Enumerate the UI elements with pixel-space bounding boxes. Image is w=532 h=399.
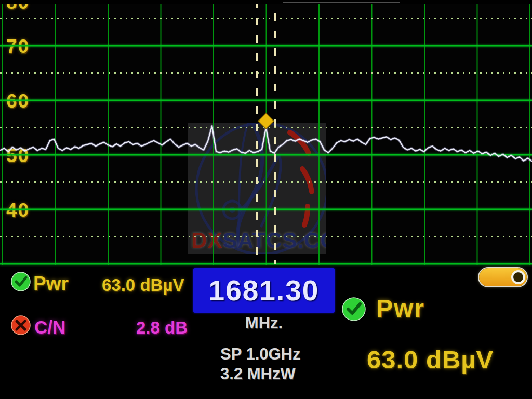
battery-icon bbox=[479, 268, 527, 286]
frequency-unit: MHz. bbox=[193, 314, 335, 332]
status-panel: Pwr 63.0 dBµV 1681.30 MHz. C/N 2.8 dB Pw… bbox=[0, 267, 532, 399]
top-strip bbox=[0, 0, 532, 4]
selected-measure-label: Pwr bbox=[376, 294, 425, 323]
bandwidth-setting: 3.2 MHzW bbox=[220, 365, 296, 383]
marker-diamond bbox=[258, 113, 274, 129]
check-icon-selected bbox=[341, 296, 367, 322]
top-glint-line bbox=[283, 2, 400, 3]
frequency-field[interactable]: 1681.30 bbox=[193, 268, 335, 313]
frequency-value: 1681.30 bbox=[209, 274, 320, 307]
x-icon bbox=[10, 315, 31, 336]
pwr-value: 63.0 dBµV bbox=[102, 275, 184, 295]
cn-value: 2.8 dB bbox=[136, 318, 188, 338]
spectrum-chart: 80 70 60 50 40 DXSATCS.COM bbox=[0, 0, 532, 267]
cn-label: C/N bbox=[34, 317, 65, 338]
selected-measure-value: 63.0 dBµV bbox=[367, 345, 494, 374]
spectrum-analyzer-screen: { "chart_data": { "type": "line", "title… bbox=[0, 0, 532, 399]
grid-and-trace-svg bbox=[0, 0, 532, 267]
pwr-label: Pwr bbox=[33, 273, 69, 295]
span-setting: SP 1.0GHz bbox=[220, 345, 301, 364]
check-icon bbox=[10, 271, 31, 292]
